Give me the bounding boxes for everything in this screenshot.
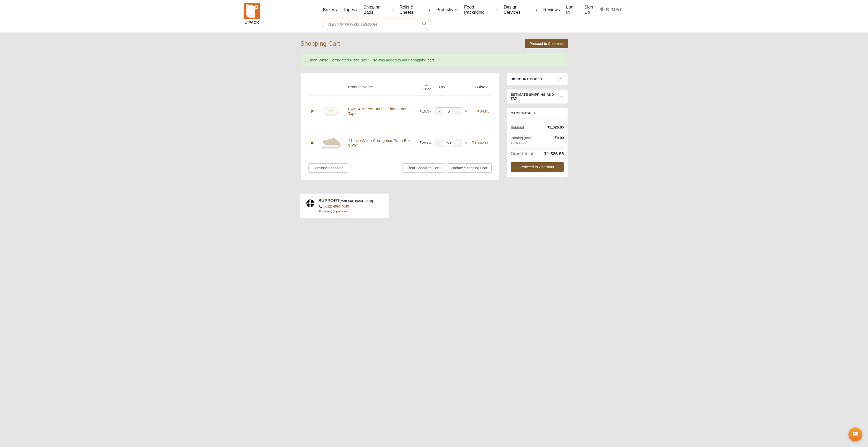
support-phone[interactable]: 📞(022) 4896 4040 — [318, 204, 373, 208]
qty-increment-button[interactable]: + — [455, 139, 462, 147]
qty-input[interactable] — [443, 139, 455, 147]
svg-line-4 — [425, 25, 426, 26]
chevron-down-icon: ▾ — [392, 8, 394, 11]
th-qty: Qty — [433, 79, 470, 96]
chevron-down-icon: ▾ — [457, 8, 458, 11]
unit-price: ₹16.97 — [413, 96, 433, 127]
printing-label: Printing (Incl. 18% GST) — [511, 136, 536, 146]
chevron-down-icon: ▾ — [356, 8, 357, 11]
qty-decrement-button[interactable]: - — [436, 139, 443, 147]
nav-login[interactable]: Log In — [566, 5, 578, 15]
page-title: Shopping Cart — [301, 40, 340, 47]
remove-item-button[interactable]: ✖ — [311, 109, 314, 113]
cart-card: Product Name Unit Price Qty Subtotal ✖ — [301, 73, 500, 180]
nav-reviews[interactable]: Reviews — [543, 7, 560, 12]
nav-protective[interactable]: Protective▾ — [436, 7, 458, 12]
svg-text:U·PACK: U·PACK — [245, 20, 259, 25]
nav-design-services[interactable]: Design Services▾ — [504, 5, 537, 15]
totals-panel-title: CART TOTALS — [511, 111, 535, 115]
support-email[interactable]: ✉sales@upack.in — [318, 209, 373, 213]
row-subtotal: ₹84.85 — [470, 96, 491, 127]
header: U·PACK Boxes▾ Tapes▾ Shipping Bags▾ Roll… — [0, 0, 868, 33]
product-name-link[interactable]: 0.45" 4 Meters Double Sided Foam Tape — [348, 107, 409, 116]
bag-icon — [600, 7, 604, 12]
table-row: ✖ 0.45" 4 Meters Double Sided Foam Tape … — [308, 96, 492, 127]
cart-table: Product Name Unit Price Qty Subtotal ✖ — [308, 79, 492, 159]
edit-icon[interactable]: ✎ — [464, 109, 468, 113]
success-alert: 11 Inch White Corrugated Pizza Box 3 Ply… — [301, 54, 568, 66]
nav-food-packaging[interactable]: Food Packaging▾ — [464, 5, 497, 15]
chevron-down-icon: ▾ — [336, 8, 337, 11]
search-input[interactable] — [327, 22, 422, 26]
product-name-link[interactable]: 11 Inch White Corrugated Pizza Box 3 Ply — [348, 138, 411, 147]
chevron-down-icon: ▾ — [496, 8, 498, 11]
qty-input[interactable] — [443, 108, 455, 115]
support-title: SUPPORT — [318, 198, 340, 203]
discount-panel: DISCOUNT CODES ▼ — [507, 73, 568, 85]
nav-tapes[interactable]: Tapes▾ — [343, 7, 357, 12]
lifebuoy-icon — [306, 199, 314, 207]
grand-total-label: Grand Total — [511, 151, 533, 157]
svg-marker-9 — [322, 147, 337, 149]
table-row: ✖ 11 Inch White Corrugated Pizza Box 3 P… — [308, 127, 492, 159]
main-nav: Boxes▾ Tapes▾ Shipping Bags▾ Rolls & She… — [323, 3, 600, 15]
mail-icon: ✉ — [318, 210, 321, 213]
svg-point-3 — [423, 22, 426, 25]
remove-item-button[interactable]: ✖ — [311, 141, 314, 145]
nav-rolls-sheets[interactable]: Rolls & Sheets▾ — [400, 5, 430, 15]
unit-price: ₹28.84 — [413, 127, 433, 159]
panel-toggle[interactable]: ▼ — [559, 94, 564, 99]
svg-marker-11 — [322, 138, 340, 145]
subtotal-label: Subtotal — [511, 125, 524, 130]
qty-decrement-button[interactable]: - — [436, 108, 443, 115]
logo[interactable]: U·PACK — [243, 3, 261, 25]
discount-panel-title: DISCOUNT CODES — [511, 77, 542, 81]
nav-shipping-bags[interactable]: Shipping Bags▾ — [364, 5, 394, 15]
subtotal-value: ₹1,526.85 — [548, 125, 564, 130]
grand-total-value: ₹1,526.85 — [544, 151, 564, 157]
nav-boxes[interactable]: Boxes▾ — [323, 7, 337, 12]
th-product: Product Name — [346, 79, 413, 96]
qty-control: - + — [436, 107, 462, 115]
shipping-panel: ESTIMATE SHIPPING AND TAX ▼ — [507, 89, 568, 104]
search-icon[interactable] — [422, 21, 427, 27]
qty-control: - + — [436, 139, 462, 147]
totals-panel: CART TOTALS Subtotal ₹1,526.85 Printing … — [507, 108, 568, 177]
shipping-panel-title: ESTIMATE SHIPPING AND TAX — [511, 93, 559, 100]
product-image[interactable] — [320, 102, 343, 120]
proceed-checkout-side-button[interactable]: Proceed to Checkout — [511, 162, 564, 172]
th-subtotal: Subtotal — [470, 79, 491, 96]
cart-badge[interactable]: 55 ITEM(S) — [600, 3, 625, 12]
panel-toggle[interactable]: ▼ — [558, 76, 564, 82]
continue-shopping-button[interactable]: Continue Shopping — [308, 163, 348, 173]
support-card: SUPPORT(Mon-Sat, 10AM - 6PM) 📞(022) 4896… — [301, 194, 389, 218]
product-image[interactable] — [320, 134, 343, 152]
update-cart-button[interactable]: Update Shopping Cart — [447, 163, 492, 173]
chevron-down-icon: ▾ — [536, 8, 537, 11]
svg-point-7 — [328, 109, 334, 112]
phone-icon: 📞 — [318, 205, 322, 208]
cart-count: 55 ITEM(S) — [606, 8, 623, 11]
search-box — [323, 19, 431, 30]
nav-signup[interactable]: Sign Up — [584, 5, 600, 15]
printing-value: ₹0.00 — [554, 136, 564, 146]
support-hours: (Mon-Sat, 10AM - 6PM) — [340, 199, 373, 203]
qty-increment-button[interactable]: + — [455, 108, 462, 115]
row-subtotal: ₹1,442.00 — [470, 127, 491, 159]
proceed-checkout-top-button[interactable]: Proceed to Checkout — [525, 39, 568, 48]
chevron-down-icon: ▾ — [429, 8, 430, 11]
clear-cart-button[interactable]: Clear Shopping Cart — [402, 163, 444, 173]
edit-icon[interactable]: ✎ — [464, 141, 468, 145]
th-unit-price: Unit Price — [413, 79, 433, 96]
